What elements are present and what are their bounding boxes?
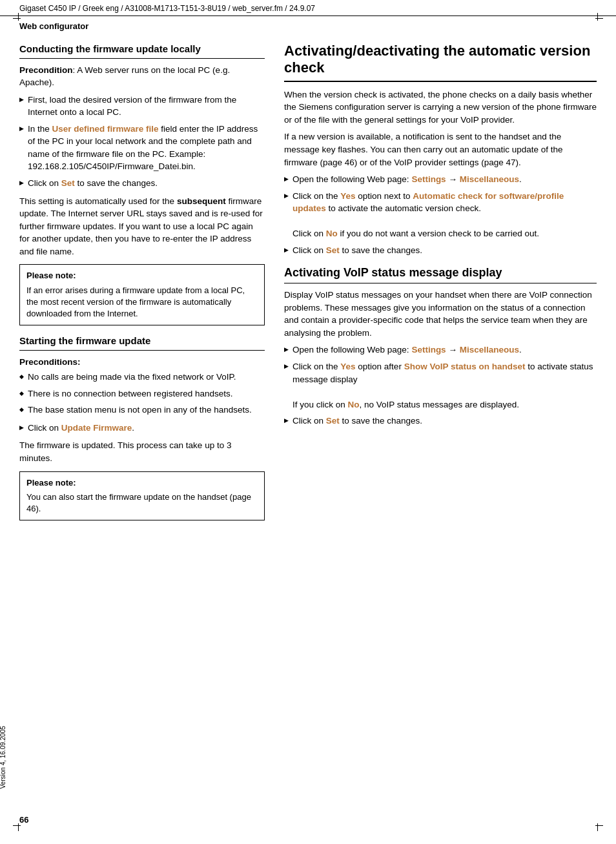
preconditions-label: Preconditions: (19, 356, 265, 369)
settings-link-2: Settings (411, 345, 446, 355)
settings-link-1: Settings (411, 174, 446, 184)
section-heading-version-check: Activating/deactivating the automatic ve… (284, 43, 597, 82)
section-heading-starting: Starting the firmware update (19, 335, 265, 351)
preconditions-list: No calls are being made via the fixed ne… (19, 371, 265, 417)
no-link-1: No (326, 229, 338, 238)
list-item: No calls are being made via the fixed ne… (19, 371, 265, 384)
voip-status-bullets: Open the following Web page: Settings → … (284, 344, 597, 427)
list-item: Click on the Yes option next to Automati… (284, 190, 597, 240)
precondition-label: Precondition (19, 65, 73, 75)
right-column: Activating/deactivating the automatic ve… (284, 31, 597, 530)
list-item: Click on the Yes option after Show VoIP … (284, 360, 597, 411)
list-item: Click on Set to save the changes. (284, 244, 597, 257)
section-voip-status: Activating VoIP status message display D… (284, 266, 597, 427)
set-link-2: Set (326, 245, 340, 255)
section-firmware-update-locally: Conducting the firmware update locally P… (19, 43, 265, 325)
update-firmware-link: Update Firmware (61, 423, 132, 433)
section-label: Web configurator (19, 21, 88, 31)
user-defined-firmware-link: User defined firmware file (52, 124, 159, 134)
note-body-2: You can also start the firmware update o… (26, 492, 251, 513)
update-firmware-bullet: Click on Update Firmware. (19, 422, 265, 435)
yes-link-2: Yes (340, 362, 355, 371)
bullet-text: Click on Set to save the changes. (28, 177, 158, 190)
left-column: Conducting the firmware update locally P… (19, 31, 265, 530)
note-box-2: Please note: You can also start the firm… (19, 471, 265, 521)
no-link-2: No (348, 400, 360, 409)
voip-status-body1: Display VoIP status messages on your han… (284, 289, 597, 339)
note-title-2: Please note: (26, 477, 258, 489)
version-label: Version 4, 16.09.2005 (0, 726, 6, 788)
list-item: In the User defined firmware file field … (19, 123, 265, 173)
bullet-text: Click on Set to save the changes. (293, 244, 422, 257)
subsequent-bold: subsequent (177, 196, 226, 206)
list-item: The base station menu is not open in any… (19, 404, 265, 417)
bullet-text: Open the following Web page: Settings → … (293, 344, 522, 356)
precondition-para: Precondition: A Web server runs on the l… (19, 64, 265, 89)
firmware-locally-bullets: First, load the desired version of the f… (19, 94, 265, 190)
section-starting-firmware: Starting the firmware update Preconditio… (19, 335, 265, 520)
list-item: Click on Update Firmware. (19, 422, 265, 435)
page-header: Gigaset C450 IP / Greek eng / A31008-M17… (0, 0, 616, 16)
yes-link-1: Yes (340, 191, 355, 201)
list-item: Click on Set to save the changes. (284, 415, 597, 427)
firmware-updated-para: The firmware is updated. This process ca… (19, 439, 265, 464)
miscellaneous-link-2: Miscellaneous (460, 345, 519, 355)
note-body-1: If an error arises during a firmware upd… (26, 285, 245, 318)
list-item: There is no connection between registere… (19, 387, 265, 400)
subsequent-para: This setting is automatically used for t… (19, 195, 265, 258)
bullet-text: No calls are being made via the fixed ne… (28, 371, 236, 384)
bullet-text: In the User defined firmware file field … (28, 123, 265, 173)
auto-check-link: Automatic check for software/profile upd… (293, 191, 564, 214)
list-item: Open the following Web page: Settings → … (284, 344, 597, 356)
section-version-check: Activating/deactivating the automatic ve… (284, 43, 597, 257)
show-voip-link: Show VoIP status on handset (404, 362, 526, 371)
bullet-text: First, load the desired version of the f… (28, 94, 265, 119)
page-number: 66 (19, 815, 28, 825)
version-check-body1: When the version check is activated, the… (284, 88, 597, 127)
bullet-text: Click on the Yes option after Show VoIP … (293, 360, 597, 411)
list-item: First, load the desired version of the f… (19, 94, 265, 119)
note-box-1: Please note: If an error arises during a… (19, 264, 265, 325)
note-title-1: Please note: (26, 270, 258, 282)
version-check-body2: If a new version is available, a notific… (284, 130, 597, 169)
bullet-text: Click on the Yes option next to Automati… (293, 190, 597, 240)
miscellaneous-link-1: Miscellaneous (460, 174, 519, 184)
bullet-text: Click on Update Firmware. (28, 422, 134, 435)
section-heading-voip: Activating VoIP status message display (284, 266, 597, 284)
section-heading-firmware-locally: Conducting the firmware update locally (19, 43, 265, 59)
list-item: Click on Set to save the changes. (19, 177, 265, 190)
bullet-text: Open the following Web page: Settings → … (293, 173, 522, 186)
version-check-bullets: Open the following Web page: Settings → … (284, 173, 597, 256)
list-item: Open the following Web page: Settings → … (284, 173, 597, 186)
set-link-3: Set (326, 416, 340, 426)
bullet-text: Click on Set to save the changes. (293, 415, 422, 427)
header-text: Gigaset C450 IP / Greek eng / A31008-M17… (19, 4, 315, 13)
bullet-text: There is no connection between registere… (28, 387, 232, 400)
bullet-text: The base station menu is not open in any… (28, 404, 252, 417)
set-link-1: Set (61, 178, 75, 188)
